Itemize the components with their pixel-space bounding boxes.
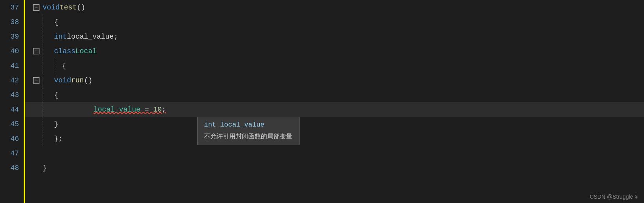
code-token: };: [54, 135, 63, 143]
line-number-40: 40: [0, 44, 19, 58]
code-token: {: [54, 18, 58, 26]
line-number-38: 38: [0, 15, 19, 29]
line-number-37: 37: [0, 0, 19, 15]
code-token: local_value = 10;: [54, 106, 166, 114]
tooltip-title: int local_value: [204, 121, 293, 129]
fold-btn-42[interactable]: −: [33, 77, 39, 84]
code-token: void: [43, 4, 60, 11]
line-number-46: 46: [0, 131, 19, 146]
code-line-38: {: [24, 15, 644, 29]
code-token: void: [54, 76, 71, 84]
code-content: − void test() {: [24, 0, 644, 203]
code-line-47: [24, 146, 644, 160]
line-number-44: 44: [0, 102, 19, 117]
code-line-42: − void run(): [24, 73, 644, 88]
yellow-gutter: [24, 0, 25, 203]
code-token: {: [62, 62, 66, 70]
code-token: (): [77, 4, 85, 11]
line-number-45: 45: [0, 117, 19, 131]
branding-text: CSDN @Struggle ¥: [590, 194, 638, 200]
code-token: }: [54, 120, 58, 128]
code-token: }: [43, 164, 47, 172]
line-numbers: 37 38 39 40 41 42 43 44 45 46 47 48: [0, 0, 24, 203]
code-line-45: }: [24, 117, 644, 131]
code-token: test: [60, 4, 77, 11]
code-line-37: − void test(): [24, 0, 644, 15]
line-number-48: 48: [0, 160, 19, 175]
code-line-44: local_value = 10;: [24, 102, 644, 117]
tooltip: int local_value 不允许引用封闭函数的局部变量: [197, 117, 300, 145]
line-number-42: 42: [0, 73, 19, 88]
code-token: (): [84, 76, 93, 84]
fold-btn-37[interactable]: −: [33, 4, 39, 11]
code-area: 37 38 39 40 41 42 43 44 45 46 47 48 − vo…: [0, 0, 644, 203]
code-token: class: [54, 47, 75, 55]
code-line-40: − class Local: [24, 44, 644, 58]
editor-container: 37 38 39 40 41 42 43 44 45 46 47 48 − vo…: [0, 0, 644, 203]
line-number-41: 41: [0, 58, 19, 73]
code-line-48: }: [24, 160, 644, 175]
line-number-43: 43: [0, 88, 19, 102]
code-token: Local: [75, 47, 97, 55]
code-token: local_value;: [67, 33, 118, 41]
tooltip-description: 不允许引用封闭函数的局部变量: [204, 132, 293, 141]
code-line-39: int local_value;: [24, 29, 644, 44]
code-token: run: [71, 76, 84, 84]
code-token: {: [54, 91, 58, 99]
fold-btn-40[interactable]: −: [33, 48, 39, 54]
line-number-47: 47: [0, 146, 19, 160]
code-line-46: };: [24, 131, 644, 146]
code-line-43: {: [24, 88, 644, 102]
code-token: int: [54, 33, 67, 41]
code-line-41: {: [24, 58, 644, 73]
line-number-39: 39: [0, 29, 19, 44]
